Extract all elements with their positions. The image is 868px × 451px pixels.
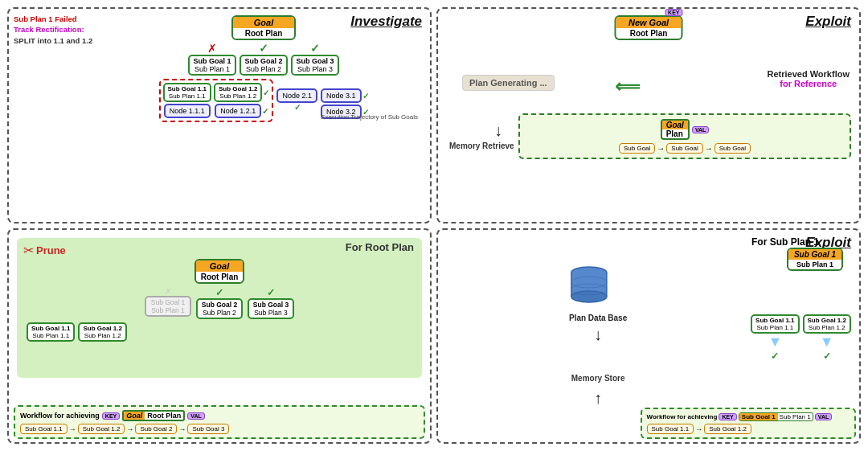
for-reference-label: for Reference <box>768 79 850 88</box>
sg12-label: Sub Goal 1.2 <box>219 85 257 92</box>
node111-wrap: Node 1.1.1 <box>164 104 211 118</box>
sp1-faded-label: Sub Plan 1 <box>149 306 186 314</box>
goal-plan-plan: Plan <box>662 129 688 138</box>
new-goal-container: KEY New Goal Root Plan <box>615 15 683 40</box>
wf-sg12: Sub Goal 1.2 <box>78 424 125 434</box>
node21-col: Node 2.1 ✓ <box>276 88 317 122</box>
arrow2: → <box>705 144 713 153</box>
db-wrap: Plan Data Base <box>569 264 627 322</box>
wf-sg2: Sub Goal <box>666 143 702 154</box>
investigate-quadrant: Investigate Sub Plan 1 Failed Track Rect… <box>7 7 432 223</box>
wf-arr2: → <box>126 425 133 433</box>
sp11-label: Sub Plan 1.1 <box>168 92 207 100</box>
ref-workflow-inner: Goal Plan VAL Sub Goal → Sub Goal → Sub … <box>518 113 851 159</box>
sub-sg11-check: ✓ <box>771 351 779 362</box>
sg2-check: ✓ <box>259 42 268 55</box>
sub-sub-row: Sub Goal 1.1 Sub Plan 1.1 ▼ ✓ Sub Goal 1… <box>751 314 851 362</box>
key-tag: KEY <box>665 9 682 16</box>
sg1-faded: Sub Goal 1 Sub Plan 1 <box>145 296 191 317</box>
retrieved-workflow: Retrieved Workflow for Reference <box>768 69 850 88</box>
sg1-cross: ✗ <box>207 42 217 55</box>
sub-sg11-node: Sub Goal 1.1 Sub Plan 1.1 <box>751 314 799 334</box>
wf-root-header: Workflow for achieving KEY Goal Root Pla… <box>20 410 419 421</box>
faded-cross: ✗ <box>165 287 171 296</box>
sub-goals-row: Sub Goal → Sub Goal → Sub Goal <box>524 143 845 154</box>
wf-goal-plan: Goal Root Plan <box>122 410 185 421</box>
sg12-check: ✓ <box>263 88 269 97</box>
memory-store-label: Memory Store <box>571 374 625 383</box>
sg2-q3-node: Sub Goal 2 Sub Plan 2 <box>196 298 243 319</box>
alert-box: Sub Plan 1 Failed Track Rectification: S… <box>14 14 92 46</box>
split-row: Sub Goal 1.1 Sub Plan 1.1 Node 1.1.1 Sub… <box>163 83 270 118</box>
root-node-q3: Goal Root Plan <box>194 259 245 284</box>
val-tag: VAL <box>692 126 709 133</box>
for-sub-label: For Sub Plan 1 <box>751 236 819 248</box>
sub-sg12-label: Sub Goal 1.2 <box>808 317 846 324</box>
wf-key-tag: KEY <box>102 412 120 420</box>
sp1-label: Sub Plan 1 <box>193 65 231 73</box>
sg1-col: ✗ Sub Goal 1 Sub Plan 1 <box>188 42 236 76</box>
goal-plan-box: Goal Plan <box>661 119 690 140</box>
exec-traj-label: Execution Trajectory of Sub Goals <box>321 113 418 121</box>
wf-sub-inner: Workflow for achieving KEY Sub Goal 1 Su… <box>641 408 856 439</box>
node31: Node 3.1 <box>321 88 362 103</box>
split-box: Sub Goal 1.1 Sub Plan 1.1 Node 1.1.1 Sub… <box>159 79 274 122</box>
prune-label-wrap: ✂ Prune <box>23 243 66 258</box>
plan-generating: Plan Generating ... <box>462 75 555 91</box>
sg1-main-goal: Sub Goal 1 <box>788 249 841 260</box>
down-arrow1: ↓ <box>494 121 502 140</box>
wf-goal-span: Goal <box>124 412 145 420</box>
sg3-q3-label: Sub Goal 3 <box>252 301 289 309</box>
db-icon <box>569 264 609 309</box>
sp2-q3-label: Sub Plan 2 <box>201 309 238 317</box>
q3-level2: Sub Goal 1.1 Sub Plan 1.1 Sub Goal 1.2 S… <box>27 322 419 342</box>
wf2-goal-plan: Sub Goal 1 Sub Plan 1 <box>739 412 813 421</box>
investigate-tree: Goal Root Plan ✗ Sub Goal 1 Sub Plan 1 ✓ <box>105 15 422 122</box>
wf2-sg1-span: Sub Goal 1 <box>739 413 778 420</box>
wf-plan-span: Root Plan <box>145 412 183 420</box>
q3-level1: ✗ Sub Goal 1 Sub Plan 1 ✓ Sub Goal 2 Sub… <box>20 287 419 319</box>
root-plan-label: Root Plan <box>233 28 294 39</box>
sg3-node: Sub Goal 3 Sub Plan 3 <box>291 55 339 76</box>
wf-val-tag: VAL <box>187 412 204 420</box>
main-container: Investigate Sub Plan 1 Failed Track Rect… <box>0 0 868 451</box>
wf-sg2: Sub Goal 2 <box>135 424 177 434</box>
sg3-col: ✓ Sub Goal 3 Sub Plan 3 <box>291 42 339 76</box>
prune-icon: ✂ <box>23 243 34 258</box>
root-node: Goal Root Plan <box>231 15 296 40</box>
sub-sp12-label: Sub Plan 1.2 <box>808 324 846 331</box>
green-arrow-right: ⟸ <box>615 76 641 97</box>
wf-root-nodes: Sub Goal 1.1 → Sub Goal 1.2 → Sub Goal 2… <box>20 424 419 434</box>
sp12-q3-label: Sub Plan 1.2 <box>83 332 121 339</box>
consolidate-right-quadrant: Exploit Plan Data Base Memory Store For … <box>436 228 861 445</box>
wf-root-inner: Workflow for achieving KEY Goal Root Pla… <box>14 405 425 439</box>
sg11-node: Sub Goal 1.1 Sub Plan 1.1 <box>163 83 211 102</box>
sp3-q3-label: Sub Plan 3 <box>252 309 289 317</box>
root-plan-q3: Root Plan <box>196 272 244 282</box>
exploit-quadrant: Exploit KEY New Goal Root Plan Plan Gene… <box>436 7 861 223</box>
node21: Node 2.1 <box>276 88 317 103</box>
sg11-col: Sub Goal 1.1 Sub Plan 1.1 Node 1.1.1 <box>163 83 211 118</box>
root-node-q3-wrap: Goal Root Plan <box>20 259 419 284</box>
new-goal-wrapper: KEY New Goal Root Plan <box>615 15 683 40</box>
retrieved-label: Retrieved Workflow <box>768 69 850 79</box>
arrow1: → <box>657 144 665 153</box>
node121: Node 1.2.1 <box>215 104 261 118</box>
sg2-node: Sub Goal 2 Sub Plan 2 <box>240 55 288 76</box>
sub-sg11-arrow: ▼ <box>768 334 782 351</box>
sg2-q3-col: ✓ Sub Goal 2 Sub Plan 2 <box>196 287 243 319</box>
sg1-faded-col: ✗ Sub Goal 1 Sub Plan 1 <box>145 287 191 319</box>
sg1-faded-label: Sub Goal 1 <box>149 298 186 306</box>
wf-sg11: Sub Goal 1.1 <box>20 424 68 434</box>
sp12-label: Sub Plan 1.2 <box>219 92 257 100</box>
sg3-q3-col: ✓ Sub Goal 3 Sub Plan 3 <box>248 287 294 319</box>
sub-sg12-check: ✓ <box>823 351 831 362</box>
sg2-col: ✓ Sub Goal 2 Sub Plan 2 <box>240 42 288 76</box>
level1-row: ✗ Sub Goal 1 Sub Plan 1 ✓ Sub Goal 2 Sub… <box>105 42 422 76</box>
root-node-container: Goal Root Plan <box>105 15 422 40</box>
wf-sub-header: Workflow for achieving KEY Sub Goal 1 Su… <box>647 412 850 421</box>
sg12-q3-label: Sub Goal 1.2 <box>83 325 121 332</box>
alert-line2: Track Rectification: <box>14 24 92 35</box>
up-arrow-db: ↑ <box>594 389 602 408</box>
sg3-q3-node: Sub Goal 3 Sub Plan 3 <box>248 298 294 319</box>
